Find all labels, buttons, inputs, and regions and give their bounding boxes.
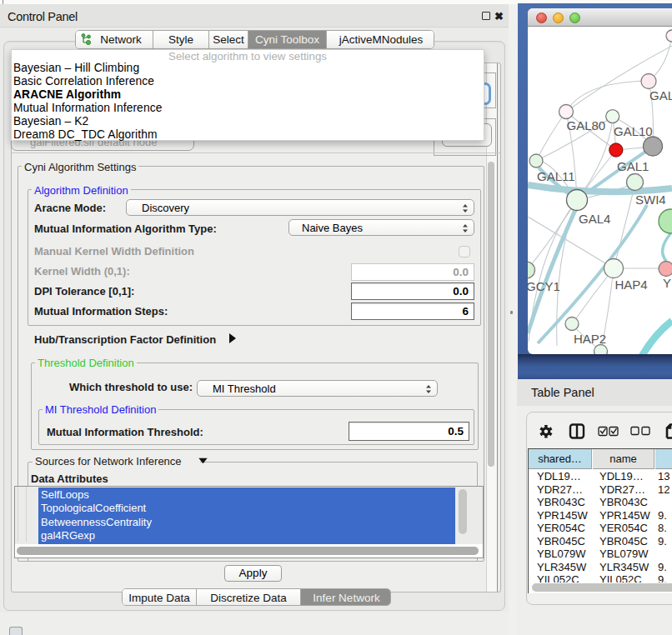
svg-text:GAL1: GAL1 (617, 159, 649, 173)
svg-text:HAP4: HAP4 (615, 278, 648, 292)
svg-text:GAL: GAL (649, 88, 672, 102)
svg-text:GAL4: GAL4 (579, 212, 610, 226)
svg-text:GAL11: GAL11 (537, 169, 575, 183)
svg-text:HAP2: HAP2 (574, 332, 606, 346)
svg-text:GAL80: GAL80 (567, 118, 606, 132)
svg-text:SWI4: SWI4 (635, 192, 666, 207)
svg-text:GCY1: GCY1 (528, 279, 560, 293)
svg-text:GAL10: GAL10 (614, 124, 653, 138)
svg-text:Y: Y (663, 276, 671, 290)
